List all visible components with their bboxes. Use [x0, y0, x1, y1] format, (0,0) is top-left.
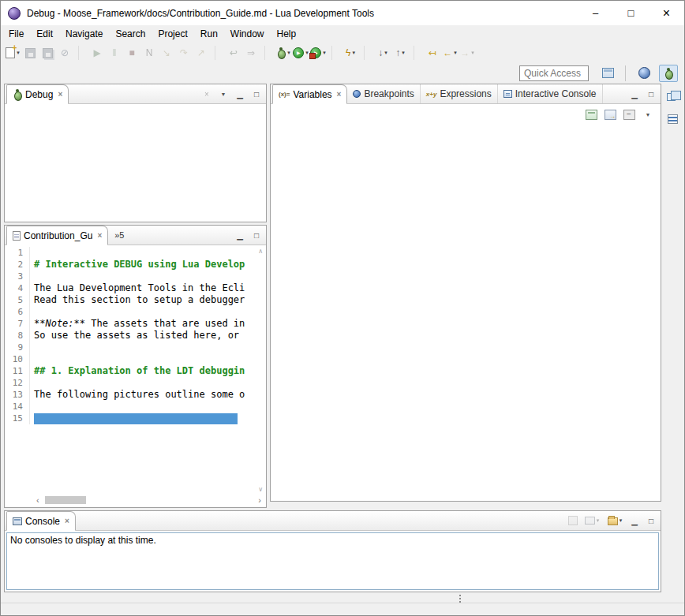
editor-content[interactable]: 12# Interactive DEBUG using Lua Develop3… [5, 245, 266, 507]
lua-perspective-button[interactable] [634, 65, 653, 82]
step-return-button[interactable]: ↗ [193, 44, 210, 62]
maximize-icon[interactable]: □ [646, 514, 657, 527]
run-button[interactable]: ▾ [292, 44, 309, 62]
new-wizard-button[interactable]: ▾ [4, 44, 21, 62]
save-button[interactable] [21, 44, 39, 62]
tab-interactive-console[interactable]: Interactive Console [498, 84, 603, 103]
dropdown-arrow-icon[interactable]: ▾ [352, 50, 355, 56]
scroll-right-icon[interactable]: › [255, 495, 264, 506]
use-step-filters-button[interactable]: ⇒ [242, 44, 260, 62]
tab-expressions[interactable]: x+yExpressions [421, 84, 498, 103]
maximize-window-button[interactable]: □ [613, 1, 649, 25]
minimize-window-button[interactable]: – [578, 1, 613, 25]
dropdown-arrow-icon[interactable]: ▾ [384, 50, 387, 56]
tab-overflow-chevron[interactable]: »5 [108, 230, 130, 240]
dropdown-arrow-icon[interactable]: ▾ [17, 50, 20, 56]
editor-line[interactable]: 10 [5, 353, 266, 365]
menu-file[interactable]: File [2, 25, 30, 43]
menu-window[interactable]: Window [224, 25, 271, 43]
editor-line[interactable]: 8So use the assets as listed here, or [5, 330, 266, 342]
minimize-icon[interactable]: ▁ [629, 514, 640, 527]
dropdown-arrow-icon[interactable]: ▾ [619, 517, 623, 524]
editor-line[interactable]: 15 [5, 413, 266, 424]
minimize-icon[interactable]: ▁ [234, 88, 245, 100]
resume-button[interactable]: ▶ [88, 44, 106, 62]
close-window-button[interactable]: × [649, 1, 684, 25]
scroll-left-icon[interactable]: ‹ [33, 495, 43, 506]
editor-line[interactable]: 11## 1. Explanation of the LDT debuggin [5, 365, 266, 377]
view-menu-icon[interactable]: ▼ [218, 88, 229, 100]
dropdown-arrow-icon[interactable]: ▾ [305, 50, 309, 56]
maximize-icon[interactable]: □ [646, 88, 657, 100]
drop-to-frame-button[interactable]: ↩ [225, 44, 242, 62]
quick-access-box[interactable]: Quick Access [519, 65, 589, 81]
editor-line[interactable]: 2# Interactive DEBUG using Lua Develop [5, 259, 266, 271]
maximize-icon[interactable]: □ [251, 88, 262, 100]
menu-project[interactable]: Project [152, 25, 193, 43]
terminate-button[interactable]: ■ [123, 44, 140, 62]
dropdown-arrow-icon[interactable]: ▾ [597, 517, 600, 524]
editor-line[interactable]: 7**Note:** The assets that are used in [5, 318, 266, 330]
scrollbar-thumb[interactable] [45, 496, 86, 504]
menu-navigate[interactable]: Navigate [59, 25, 109, 43]
step-over-button[interactable]: ↷ [175, 44, 193, 62]
next-annotation-button[interactable]: ↓▾ [374, 44, 391, 62]
scrollbar-track[interactable] [43, 495, 256, 506]
editor-line[interactable]: 1 [5, 247, 266, 259]
horizontal-scrollbar[interactable]: ‹ › [33, 495, 264, 506]
debug-perspective-button[interactable] [659, 65, 678, 82]
open-console-button[interactable]: ▾ [606, 512, 623, 529]
tab-variables[interactable]: (x)=Variables× [272, 84, 347, 104]
dropdown-arrow-icon[interactable]: ▾ [454, 50, 457, 56]
minimize-icon[interactable]: ▁ [234, 229, 245, 241]
debug-button[interactable]: ▾ [275, 44, 292, 62]
show-logical-structures-icon[interactable] [605, 110, 616, 120]
dropdown-arrow-icon[interactable]: ▾ [323, 50, 326, 56]
editor-line[interactable]: 13The following pictures outline some o [5, 389, 266, 401]
console-message-area[interactable]: No consoles to display at this time. [6, 532, 659, 590]
back-button[interactable]: ←▾ [441, 44, 459, 62]
restore-minimized-views-button[interactable] [664, 88, 680, 103]
dropdown-arrow-icon[interactable]: ▾ [402, 50, 405, 56]
editor-line[interactable]: 12 [5, 377, 266, 389]
variables-view-content[interactable] [271, 125, 661, 501]
remove-all-terminated-icon[interactable]: × [201, 88, 212, 100]
collapse-all-icon[interactable] [623, 110, 635, 120]
tab-contribution-gu[interactable]: Contribution_Gu× [6, 226, 108, 245]
menu-edit[interactable]: Edit [30, 25, 59, 43]
maximize-icon[interactable]: □ [251, 229, 262, 241]
tab-breakpoints[interactable]: Breakpoints [347, 84, 420, 103]
close-tab-icon[interactable]: × [65, 517, 69, 525]
editor-line[interactable]: 14 [5, 401, 266, 413]
previous-annotation-button[interactable]: ↑▾ [391, 44, 409, 62]
menu-run[interactable]: Run [194, 25, 224, 43]
sash-handle[interactable] [459, 595, 462, 603]
editor-line[interactable]: 9 [5, 342, 266, 353]
editor-line[interactable]: 6 [5, 306, 266, 318]
pin-console-icon[interactable] [568, 516, 578, 525]
dropdown-arrow-icon[interactable]: ▾ [471, 50, 474, 56]
tab-debug[interactable]: Debug× [6, 84, 69, 104]
show-type-names-icon[interactable] [586, 110, 597, 120]
dropdown-arrow-icon[interactable]: ▾ [287, 50, 290, 56]
scroll-up-icon[interactable]: ∧ [258, 248, 263, 255]
tab-console[interactable]: Console× [6, 511, 76, 531]
suspend-button[interactable]: ‖ [106, 44, 123, 62]
last-edit-location-button[interactable]: ↤ [424, 44, 441, 62]
external-tools-button[interactable]: ▾ [309, 44, 327, 62]
close-tab-icon[interactable]: × [337, 90, 342, 99]
outline-view-button[interactable] [664, 111, 680, 127]
menu-help[interactable]: Help [271, 25, 303, 43]
step-into-button[interactable]: ↘ [158, 44, 175, 62]
editor-line[interactable]: 3 [5, 271, 266, 282]
editor-line[interactable]: 4The Lua Development Tools in the Ecli [5, 282, 266, 294]
display-selected-console-button[interactable]: ▾ [583, 512, 601, 529]
search-button[interactable]: ϟ▾ [342, 44, 359, 62]
skip-all-breakpoints-button[interactable]: ⊘ [56, 44, 73, 62]
disconnect-button[interactable]: N [140, 44, 158, 62]
forward-button[interactable]: →▾ [459, 44, 476, 62]
debug-view-content[interactable] [5, 104, 266, 222]
view-menu-icon[interactable]: ▼ [642, 108, 653, 121]
menu-search[interactable]: Search [109, 25, 152, 43]
editor-line[interactable]: 5Read this section to setup a debugger [5, 294, 266, 306]
